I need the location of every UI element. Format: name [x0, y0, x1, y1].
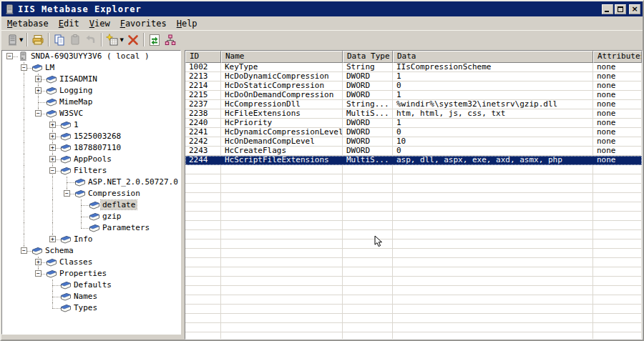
- expand-icon[interactable]: +: [49, 156, 56, 162]
- tree-node-label[interactable]: 1: [72, 120, 80, 129]
- cell-data: 0: [393, 147, 593, 156]
- menu-favorites[interactable]: Favorites: [116, 17, 172, 30]
- tree-node-label[interactable]: IISADMIN: [58, 74, 99, 84]
- maximize-button[interactable]: [615, 4, 626, 14]
- table-row[interactable]: 2242HcOnDemandCompLevelDWORD10none: [185, 137, 642, 147]
- toolbar-separator: [143, 33, 145, 46]
- empty-cell: [593, 314, 642, 323]
- tree-node-label[interactable]: Types: [72, 303, 99, 312]
- cell-name: HcPriority: [221, 119, 343, 128]
- new-key-button[interactable]: ▼: [104, 32, 125, 48]
- table-row[interactable]: 2237HcCompressionDllString...%windir%\sy…: [185, 100, 642, 109]
- tree-node-label[interactable]: MimeMap: [58, 97, 94, 107]
- cell-name: HcDoDynamicCompression: [221, 72, 343, 81]
- empty-cell: [185, 332, 221, 340]
- column-header-data-type[interactable]: Data Type: [343, 51, 393, 63]
- view-hierarchy-button[interactable]: [162, 32, 178, 48]
- column-header-attributes[interactable]: Attributes: [593, 51, 642, 63]
- cell-attributes: none: [593, 128, 642, 137]
- tree-node-label[interactable]: Classes: [58, 257, 94, 267]
- column-header-name[interactable]: Name: [221, 51, 343, 63]
- tree-node-label[interactable]: AppPools: [72, 154, 113, 164]
- table-row[interactable]: 2244HcScriptFileExtensionsMultiS...asp, …: [185, 156, 642, 165]
- expand-icon[interactable]: +: [35, 259, 42, 265]
- refresh-button[interactable]: [147, 32, 162, 48]
- collapse-icon[interactable]: −: [21, 64, 27, 71]
- collapse-icon[interactable]: −: [35, 270, 42, 277]
- tree-node-label[interactable]: 1878807110: [72, 143, 122, 152]
- tree-node-label[interactable]: gzip: [101, 212, 123, 221]
- menu-edit[interactable]: Edit: [54, 17, 85, 30]
- expand-icon[interactable]: +: [35, 76, 42, 82]
- tree-row: +Logging: [2, 85, 180, 97]
- table-row[interactable]: 2215HcDoOnDemandCompressionDWORD1none: [185, 91, 642, 100]
- menu-metabase[interactable]: Metabase: [3, 17, 54, 30]
- tree-node-label[interactable]: Info: [72, 234, 94, 244]
- paste-button[interactable]: [67, 32, 83, 48]
- expand-icon[interactable]: +: [49, 144, 56, 151]
- empty-cell: [393, 212, 593, 221]
- tree-node-label[interactable]: Schema: [44, 246, 75, 255]
- new-key-dropdown-arrow[interactable]: ▼: [119, 37, 123, 43]
- expand-icon[interactable]: +: [49, 236, 56, 242]
- table-row[interactable]: 1002KeyTypeStringIIsCompressionSchemenon…: [185, 63, 642, 72]
- collapse-icon[interactable]: −: [64, 190, 70, 197]
- copy-button[interactable]: [52, 32, 67, 48]
- connect-server-dropdown-arrow[interactable]: ▼: [19, 37, 23, 43]
- expand-icon[interactable]: +: [49, 122, 56, 128]
- table-row[interactable]: 2240HcPriorityDWORD1none: [185, 119, 642, 128]
- tree-node-label[interactable]: Defaults: [72, 280, 113, 290]
- column-header-id[interactable]: ID: [185, 51, 221, 63]
- toolbar-separator: [26, 33, 28, 46]
- tree-node-label[interactable]: Names: [72, 292, 99, 301]
- tree-node-label[interactable]: 1525003268: [72, 132, 122, 141]
- close-button[interactable]: ×: [629, 4, 640, 14]
- menu-view[interactable]: View: [85, 17, 116, 30]
- tree-node-label[interactable]: ASP.NET_2.0.50727.0: [87, 177, 180, 187]
- empty-cell: [185, 286, 221, 295]
- tree-node-label[interactable]: Logging: [58, 86, 94, 95]
- table-row[interactable]: 2213HcDoDynamicCompressionDWORD1none: [185, 72, 642, 81]
- tree-node-icon: [60, 292, 72, 302]
- empty-cell: [221, 202, 343, 212]
- undo-icon: [84, 34, 97, 46]
- tree-node-label[interactable]: Filters: [72, 166, 108, 175]
- menu-help[interactable]: Help: [172, 17, 203, 30]
- tree-node-label[interactable]: Compression: [87, 189, 142, 198]
- cell-data-type: DWORD: [343, 128, 393, 137]
- tree-node-label[interactable]: W3SVC: [58, 109, 84, 118]
- minimize-button[interactable]: [602, 4, 613, 14]
- delete-button[interactable]: [125, 32, 141, 48]
- empty-cell: [343, 202, 393, 212]
- cell-id: 2243: [185, 147, 221, 156]
- tree-row: gzip: [2, 211, 180, 222]
- cell-name: HcDoStaticCompression: [221, 81, 343, 91]
- tree-node-label[interactable]: LM: [44, 63, 56, 72]
- table-row[interactable]: 2238HcFileExtensionsMultiS...htm, html, …: [185, 109, 642, 119]
- tree-guide-line: [24, 142, 24, 154]
- cell-data: htm, html, js, css, txt: [393, 109, 593, 119]
- table-row[interactable]: 2214HcDoStaticCompressionDWORD0none: [185, 81, 642, 91]
- collapse-icon[interactable]: −: [49, 167, 56, 174]
- collapse-icon[interactable]: −: [6, 53, 13, 59]
- tree-node-label[interactable]: SNDA-69Q3UYY3V6 ( local ): [29, 51, 151, 61]
- tree-node-icon: [60, 166, 72, 176]
- cell-name: HcCompressionDll: [221, 100, 343, 109]
- table-body: 1002KeyTypeStringIIsCompressionSchemenon…: [185, 63, 642, 340]
- expand-icon[interactable]: +: [49, 133, 56, 139]
- tree-node-label[interactable]: deflate: [101, 200, 137, 209]
- table-row[interactable]: 2243HcCreateFlagsDWORD0none: [185, 147, 642, 156]
- empty-cell: [185, 193, 221, 202]
- collapse-icon[interactable]: −: [35, 110, 42, 117]
- connect-server-button[interactable]: ▼: [4, 32, 24, 48]
- cell-data-type: MultiS...: [343, 156, 393, 165]
- tree-node-label[interactable]: Parameters: [101, 223, 151, 232]
- tree-node-label[interactable]: Properties: [58, 269, 108, 278]
- table-row[interactable]: 2241HcDynamicCompressionLevelDWORD0none: [185, 128, 642, 137]
- expand-icon[interactable]: +: [35, 87, 42, 94]
- undo-button[interactable]: [83, 32, 99, 48]
- collapse-icon[interactable]: −: [21, 247, 27, 254]
- cell-name: KeyType: [221, 63, 343, 72]
- column-header-data[interactable]: Data: [393, 51, 593, 63]
- print-button[interactable]: [30, 32, 46, 48]
